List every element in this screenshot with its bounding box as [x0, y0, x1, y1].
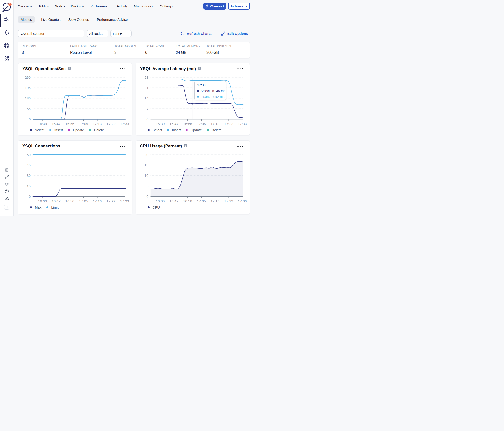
nav-tab-activity[interactable]: Activity	[117, 0, 128, 12]
time-range-select[interactable]: Last H…	[110, 30, 132, 37]
svg-text:0: 0	[146, 194, 148, 198]
sidebar-item-docs[interactable]	[0, 167, 13, 174]
top-navigation: OverviewTablesNodesBackupsPerformanceAct…	[14, 0, 252, 12]
nav-tab-maintenance[interactable]: Maintenance	[134, 0, 154, 12]
svg-text:195: 195	[25, 86, 31, 90]
bell-icon	[4, 30, 10, 37]
chart-menu-button[interactable]	[120, 68, 126, 69]
subtab-live-queries[interactable]: Live Queries	[38, 16, 63, 23]
svg-text:17:22: 17:22	[107, 122, 116, 126]
stat-total-memory: TOTAL MEMORY24 GB	[176, 45, 206, 58]
chart-tooltip: 17:00Select: 10.45 msInsert: 25.92 ms	[194, 81, 226, 100]
stat-total-disk-size: TOTAL DISK SIZE300 GB	[206, 45, 239, 58]
svg-text:20: 20	[144, 153, 148, 157]
chart-card-3: CPU Usage (Percent)0510152016:3916:4716:…	[135, 140, 250, 214]
svg-text:30: 30	[27, 174, 31, 177]
legend-label: Max	[35, 205, 41, 209]
svg-text:17:13: 17:13	[93, 122, 102, 126]
info-icon[interactable]	[184, 144, 187, 148]
chart-menu-button[interactable]	[237, 146, 243, 147]
legend-item-delete[interactable]: Delete	[206, 128, 222, 132]
legend-item-limit[interactable]: Limit	[45, 205, 59, 209]
chart-legend: CPU	[147, 204, 164, 210]
svg-text:10: 10	[144, 174, 148, 177]
charts-grid: YSQL Operations/Sec06513019526016:3916:4…	[18, 63, 250, 214]
chart-menu-button[interactable]	[120, 146, 126, 147]
stat-total-vcpu: TOTAL vCPU6	[145, 45, 176, 58]
svg-text:0: 0	[146, 117, 148, 121]
time-range-select-value: Last H…	[113, 32, 126, 36]
stat-regions: REGIONS3	[22, 45, 70, 58]
sidebar-item-slack[interactable]	[0, 181, 13, 188]
svg-text:17:05: 17:05	[79, 122, 88, 126]
legend-label: Delete	[94, 128, 104, 132]
legend-item-delete[interactable]: Delete	[88, 128, 104, 132]
cluster-select[interactable]: Overall Cluster	[18, 30, 84, 37]
nav-tab-tables[interactable]: Tables	[38, 0, 49, 12]
legend-marker	[147, 206, 151, 209]
nav-tab-nodes[interactable]: Nodes	[55, 0, 65, 12]
nodes-select[interactable]: All Nod…	[87, 30, 108, 37]
info-icon[interactable]	[68, 67, 71, 71]
sidebar-item-alerts[interactable]	[0, 27, 13, 39]
nav-tab-overview[interactable]: Overview	[18, 0, 32, 12]
stat-value: Region Level	[70, 51, 114, 55]
connect-button[interactable]: Connect	[203, 2, 226, 10]
tooltip-time: 17:00	[197, 83, 226, 87]
legend-item-select[interactable]: Select	[147, 128, 162, 132]
sidebar-item-cloud-status[interactable]	[0, 195, 13, 202]
info-icon[interactable]	[198, 67, 201, 71]
nav-tab-backups[interactable]: Backups	[71, 0, 84, 12]
nav-tab-settings[interactable]: Settings	[160, 0, 173, 12]
tooltip-bullet	[197, 96, 199, 97]
refresh-charts-label: Refresh Charts	[187, 32, 212, 36]
legend-marker	[67, 128, 71, 131]
actions-button[interactable]: Actions	[228, 2, 250, 10]
svg-text:28: 28	[144, 75, 148, 79]
legend-marker	[166, 128, 170, 131]
svg-text:17:22: 17:22	[224, 199, 233, 203]
sidebar-item-help[interactable]	[0, 188, 13, 195]
sidebar-expand-button[interactable]	[4, 205, 9, 210]
slack-icon	[5, 183, 9, 187]
legend-label: Select	[153, 128, 162, 132]
legend-label: Limit	[51, 205, 59, 209]
stat-fault-tolerance: FAULT TOLERANCERegion Level	[70, 45, 114, 58]
legend-item-update[interactable]: Update	[185, 128, 202, 132]
chart-card-0: YSQL Operations/Sec06513019526016:3916:4…	[18, 63, 132, 136]
svg-text:17:33: 17:33	[238, 122, 247, 126]
chevron-down-icon	[103, 33, 106, 35]
refresh-charts-button[interactable]: Refresh Charts	[180, 31, 212, 36]
legend-label: Update	[191, 128, 202, 132]
edit-options-button[interactable]: Edit Options	[221, 31, 248, 37]
legend-item-cpu[interactable]: CPU	[147, 205, 160, 209]
subtab-metrics[interactable]: Metrics	[18, 16, 35, 23]
legend-item-max[interactable]: Max	[29, 205, 41, 209]
tooltip-row-text: Insert: 25.92 ms	[200, 95, 224, 99]
svg-text:17:33: 17:33	[238, 199, 247, 203]
chart-menu-button[interactable]	[237, 68, 243, 69]
yugabyte-logo[interactable]	[0, 0, 13, 14]
sidebar-item-settings[interactable]	[0, 52, 13, 65]
stat-value: 300 GB	[206, 51, 239, 55]
legend-item-update[interactable]: Update	[67, 128, 84, 132]
chart-plot: 0510152016:3916:4716:5617:0517:1317:2217…	[136, 140, 250, 214]
subtab-performance-advisor[interactable]: Performance Advisor	[94, 16, 132, 23]
legend-item-select[interactable]: Select	[29, 128, 45, 132]
nav-tab-performance[interactable]: Performance	[90, 0, 110, 12]
sidebar-item-integrations[interactable]	[0, 174, 13, 181]
sidebar-item-clusters[interactable]	[0, 14, 13, 27]
stat-value: 24 GB	[176, 51, 206, 55]
stat-value: 6	[145, 51, 176, 55]
chevron-down-icon	[126, 33, 129, 35]
tooltip-row-insert: Insert: 25.92 ms	[197, 95, 226, 99]
legend-item-insert[interactable]: Insert	[49, 128, 63, 132]
subtab-slow-queries[interactable]: Slow Queries	[65, 16, 92, 23]
legend-item-insert[interactable]: Insert	[166, 128, 181, 132]
svg-text:17:05: 17:05	[79, 199, 88, 203]
legend-label: CPU	[153, 205, 160, 209]
sidebar-item-network[interactable]	[0, 39, 13, 52]
svg-text:17:33: 17:33	[120, 122, 129, 126]
legend-marker	[185, 128, 189, 131]
svg-text:15: 15	[27, 184, 31, 188]
